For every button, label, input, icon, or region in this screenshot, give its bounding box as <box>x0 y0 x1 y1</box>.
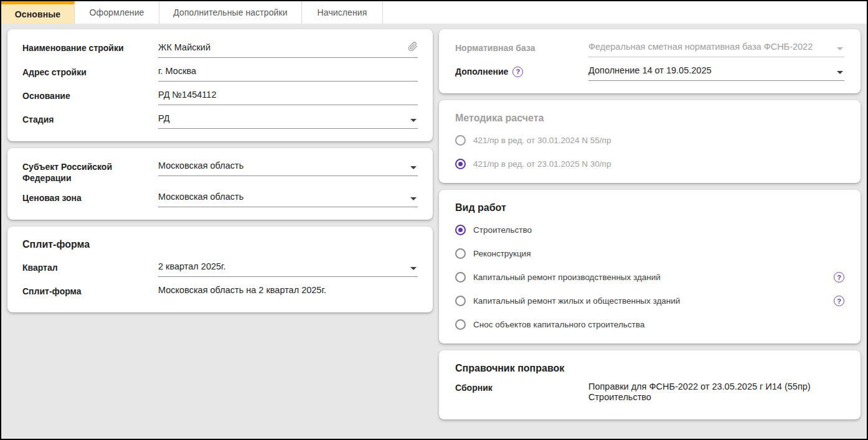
construction-name-input[interactable]: ЖК Майский <box>158 42 418 58</box>
federal-subject-label: Субъект Российской Федерации <box>22 161 158 184</box>
supplement-select[interactable]: Дополнение 14 от 19.05.2025 <box>588 65 844 81</box>
field-row-collection: Сборник Поправки для ФСНБ-2022 от 23.05.… <box>455 381 844 407</box>
basis-value: РД №1454112 <box>158 90 418 100</box>
radio-icon[interactable] <box>455 296 466 306</box>
field-row-stage: Стадия РД <box>22 113 418 129</box>
radio-selected-icon[interactable] <box>455 159 466 169</box>
caret-down-icon <box>410 267 417 270</box>
split-form-value: Московская область на 2 квартал 2025г. <box>158 285 418 296</box>
radio-label: 421/пр в ред. от 30.01.2024 N 55/пр <box>473 136 611 146</box>
radio-icon[interactable] <box>455 319 466 330</box>
left-column: Наименование стройки ЖК Майский Адрес ст… <box>7 29 433 319</box>
card-amendments-reference: Справочник поправок Сборник Поправки для… <box>439 350 861 419</box>
split-form-readonly: Московская область на 2 квартал 2025г. <box>158 285 418 300</box>
radio-option-method-30pr[interactable]: 421/пр в ред. от 23.01.2025 N 30/пр <box>455 159 844 169</box>
field-row-construction-address: Адрес стройки г. Москва <box>22 66 418 82</box>
split-form-label: Сплит-форма <box>22 285 158 297</box>
card-split-form: Сплит-форма Квартал 2 квартал 2025г. Спл… <box>7 227 433 312</box>
price-zone-value: Московская область <box>158 192 405 202</box>
stage-value: РД <box>158 113 405 124</box>
construction-address-value: г. Москва <box>158 66 418 77</box>
stage-label: Стадия <box>22 113 158 125</box>
normative-base-label: Нормативная база <box>455 42 588 54</box>
collection-value: Поправки для ФСНБ-2022 от 23.05.2025 г И… <box>588 381 844 403</box>
radio-icon[interactable] <box>455 135 466 146</box>
field-row-price-zone: Ценовая зона Московская область <box>22 192 418 207</box>
caret-down-icon <box>410 166 417 169</box>
construction-address-label: Адрес стройки <box>22 66 158 78</box>
radio-label: Реконструкция <box>473 249 531 259</box>
split-form-title: Сплит-форма <box>22 239 418 250</box>
caret-down-icon <box>837 47 843 50</box>
construction-name-value: ЖК Майский <box>158 42 403 53</box>
construction-address-input[interactable]: г. Москва <box>158 66 418 82</box>
settings-dialog: Основные Оформление Дополнительные настр… <box>0 0 868 440</box>
radio-option-method-55pr[interactable]: 421/пр в ред. от 30.01.2024 N 55/пр <box>455 135 844 146</box>
field-row-quarter: Квартал 2 квартал 2025г. <box>22 261 418 277</box>
help-icon[interactable]: ? <box>512 67 523 77</box>
price-zone-select[interactable]: Московская область <box>158 192 418 207</box>
card-work-type: Вид работ Строительство Реконструкция Ка… <box>439 190 861 344</box>
caret-down-icon <box>837 71 843 74</box>
normative-base-select: Федеральная сметная нормативная база ФСН… <box>588 42 844 57</box>
content-area: Наименование стройки ЖК Майский Адрес ст… <box>1 24 867 439</box>
help-icon[interactable]: ? <box>834 272 844 283</box>
radio-icon[interactable] <box>455 248 466 259</box>
radio-label: 421/пр в ред. от 23.01.2025 N 30/пр <box>473 159 611 169</box>
tab-bar: Основные Оформление Дополнительные настр… <box>1 1 867 24</box>
card-calc-method: Методика расчета 421/пр в ред. от 30.01.… <box>439 100 861 183</box>
quarter-label: Квартал <box>22 261 158 273</box>
tab-osnovnye[interactable]: Основные <box>1 1 75 24</box>
field-row-supplement: Дополнение ? Дополнение 14 от 19.05.2025 <box>455 65 844 81</box>
work-type-title: Вид работ <box>455 202 844 213</box>
card-normative-base: Нормативная база Федеральная сметная нор… <box>439 29 861 93</box>
paperclip-icon[interactable] <box>408 42 418 52</box>
card-general-info: Наименование стройки ЖК Майский Адрес ст… <box>7 29 433 141</box>
tab-nachisleniya[interactable]: Начисления <box>302 1 383 24</box>
radio-label: Капитальный ремонт жилых и общественных … <box>473 296 680 306</box>
basis-label: Основание <box>22 90 158 101</box>
radio-selected-icon[interactable] <box>455 225 466 235</box>
radio-option-demolition[interactable]: Снос объектов капитального строительства <box>455 319 844 330</box>
field-row-federal-subject: Субъект Российской Федерации Московская … <box>22 161 418 184</box>
radio-icon[interactable] <box>455 272 466 283</box>
federal-subject-value: Московская область <box>158 161 405 171</box>
construction-name-label: Наименование стройки <box>22 42 158 54</box>
collection-readonly: Поправки для ФСНБ-2022 от 23.05.2025 г И… <box>588 381 844 407</box>
basis-input[interactable]: РД №1454112 <box>158 90 418 105</box>
field-row-normative-base: Нормативная база Федеральная сметная нор… <box>455 42 844 57</box>
radio-label: Снос объектов капитального строительства <box>473 320 644 330</box>
quarter-value: 2 квартал 2025г. <box>158 261 405 272</box>
caret-down-icon <box>410 197 417 200</box>
caret-down-icon <box>410 119 417 122</box>
card-region: Субъект Российской Федерации Московская … <box>7 148 433 220</box>
supplement-value: Дополнение 14 от 19.05.2025 <box>588 65 832 76</box>
right-column: Нормативная база Федеральная сметная нор… <box>439 29 861 426</box>
tab-dopolnitelnye-nastroyki[interactable]: Дополнительные настройки <box>159 1 302 24</box>
normative-base-value: Федеральная сметная нормативная база ФСН… <box>588 42 832 52</box>
price-zone-label: Ценовая зона <box>22 192 158 204</box>
federal-subject-select[interactable]: Московская область <box>158 161 418 176</box>
calc-method-title: Методика расчета <box>455 113 844 124</box>
radio-label: Капитальный ремонт производственных здан… <box>473 273 661 283</box>
radio-label: Строительство <box>473 225 532 235</box>
radio-option-reconstruction[interactable]: Реконструкция <box>455 248 844 259</box>
radio-option-capital-repair-industrial[interactable]: Капитальный ремонт производственных здан… <box>455 272 844 283</box>
field-row-basis: Основание РД №1454112 <box>22 90 418 105</box>
quarter-select[interactable]: 2 квартал 2025г. <box>158 261 418 277</box>
radio-option-capital-repair-residential[interactable]: Капитальный ремонт жилых и общественных … <box>455 296 844 306</box>
supplement-label-text: Дополнение <box>455 66 508 77</box>
field-row-construction-name: Наименование стройки ЖК Майский <box>22 42 418 58</box>
amendments-title: Справочник поправок <box>455 363 844 374</box>
radio-option-construction[interactable]: Строительство <box>455 225 844 235</box>
field-row-split-form: Сплит-форма Московская область на 2 квар… <box>22 285 418 300</box>
help-icon[interactable]: ? <box>834 296 844 306</box>
supplement-label: Дополнение ? <box>455 65 588 77</box>
tab-oformlenie[interactable]: Оформление <box>75 1 159 24</box>
collection-label: Сборник <box>455 381 588 393</box>
stage-select[interactable]: РД <box>158 113 418 129</box>
